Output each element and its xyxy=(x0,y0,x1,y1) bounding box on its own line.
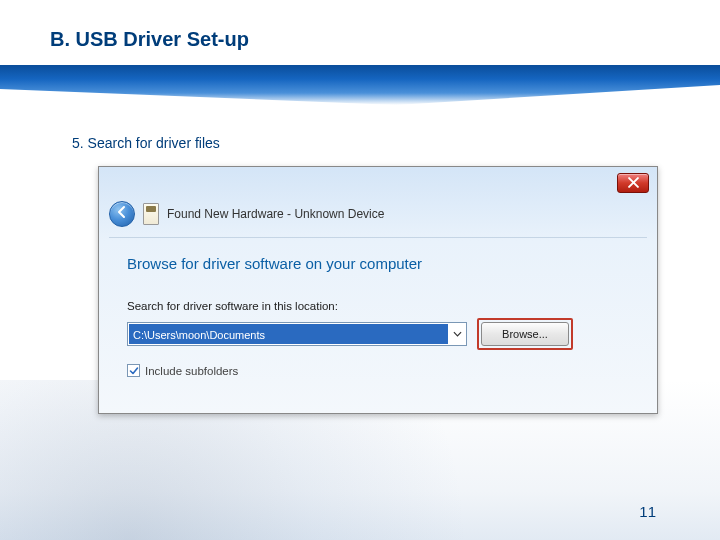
hardware-wizard-dialog: Found New Hardware - Unknown Device Brow… xyxy=(98,166,658,414)
back-button[interactable] xyxy=(109,201,135,227)
path-combobox[interactable]: C:\Users\moon\Documents xyxy=(127,322,467,346)
include-subfolders-checkbox[interactable] xyxy=(127,364,140,377)
browse-button[interactable]: Browse... xyxy=(481,322,569,346)
dialog-window-title: Found New Hardware - Unknown Device xyxy=(167,207,384,221)
highlight-frame: Browse... xyxy=(477,318,573,350)
slide-title: B. USB Driver Set-up xyxy=(50,28,249,51)
dialog-heading: Browse for driver software on your compu… xyxy=(127,255,637,272)
include-subfolders-label: Include subfolders xyxy=(145,365,238,377)
step-label: 5. Search for driver files xyxy=(72,135,220,151)
page-number: 11 xyxy=(639,503,656,520)
path-value: C:\Users\moon\Documents xyxy=(129,324,448,344)
include-subfolders-row: Include subfolders xyxy=(127,364,637,377)
dialog-header: Found New Hardware - Unknown Device xyxy=(109,201,384,227)
checkmark-icon xyxy=(129,362,139,380)
close-icon xyxy=(628,174,639,192)
path-row: C:\Users\moon\Documents Browse... xyxy=(127,318,637,350)
dialog-content: Browse for driver software on your compu… xyxy=(127,255,637,377)
search-location-label: Search for driver software in this locat… xyxy=(127,300,637,312)
chevron-down-icon xyxy=(448,323,466,345)
close-button[interactable] xyxy=(617,173,649,193)
arrow-left-icon xyxy=(115,205,129,223)
divider xyxy=(109,237,647,238)
slide-decorative-band xyxy=(0,65,720,105)
device-icon xyxy=(143,203,159,225)
